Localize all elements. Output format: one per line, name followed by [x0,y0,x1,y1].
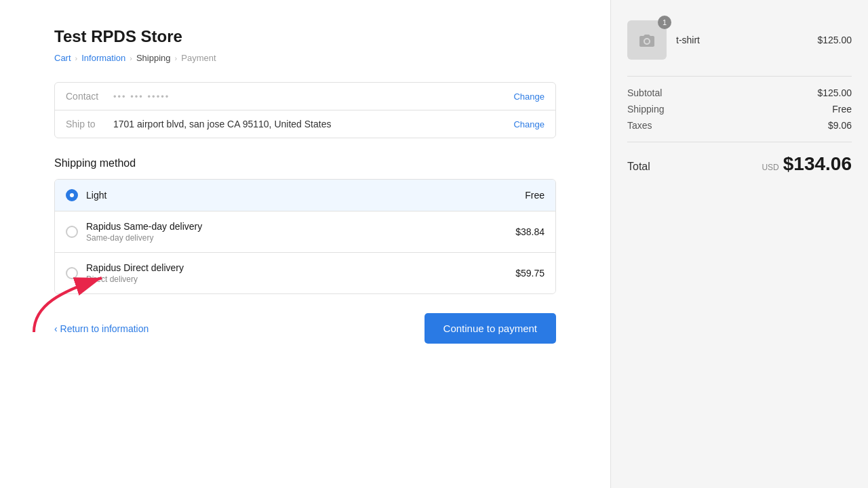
taxes-value: $9.06 [828,120,852,131]
shipping-info-direct: Rapidus Direct delivery Direct delivery [86,262,515,284]
shipping-section-title: Shipping method [54,157,556,169]
footer-actions: ‹ Return to information Continue to paym… [54,313,556,344]
contact-change[interactable]: Change [513,92,545,102]
item-badge: 1 [658,16,671,29]
breadcrumb-payment: Payment [181,53,216,63]
return-button[interactable]: ‹ Return to information [54,323,149,334]
total-currency: USD [762,163,778,172]
shipping-info-light: Light [86,190,525,201]
item-image-wrap: 1 [627,20,667,60]
total-label: Total [627,161,650,173]
subtotal-value: $125.00 [817,87,852,98]
shipto-row: Ship to 1701 airport blvd, san jose CA 9… [55,110,555,138]
shipping-row: Shipping Free [627,104,852,115]
total-value: $134.06 [783,153,852,175]
radio-same-day [66,226,78,238]
contact-label: Contact [66,91,113,102]
taxes-label: Taxes [627,120,652,131]
total-amount: USD $134.06 [762,153,852,175]
breadcrumb-cart[interactable]: Cart [54,53,71,63]
info-box: Contact ••• ••• ••••• Change Ship to 170… [54,82,556,138]
taxes-row: Taxes $9.06 [627,120,852,131]
shipping-option-light[interactable]: Light Free [55,180,555,211]
shipping-subtitle-same-day: Same-day delivery [86,233,515,243]
store-title: Test RPDS Store [54,27,556,46]
breadcrumb: Cart › Information › Shipping › Payment [54,53,556,63]
shipto-change[interactable]: Change [513,119,545,129]
breadcrumb-sep-3: › [175,54,178,62]
shipping-price-light: Free [525,190,545,201]
breadcrumb-information[interactable]: Information [81,53,125,63]
shipping-subtitle-direct: Direct delivery [86,274,515,284]
shipto-value: 1701 airport blvd, san jose CA 95110, Un… [113,119,513,129]
shipping-option-same-day[interactable]: Rapidus Same-day delivery Same-day deliv… [55,211,555,252]
subtotal-row: Subtotal $125.00 [627,87,852,98]
contact-row: Contact ••• ••• ••••• Change [55,83,555,110]
left-panel: Test RPDS Store Cart › Information › Shi… [0,0,610,488]
shipping-name-direct: Rapidus Direct delivery [86,262,515,273]
shipping-price-same-day: $38.84 [515,226,545,237]
contact-value: ••• ••• ••••• [113,92,513,102]
shipping-value: Free [832,104,852,115]
svg-point-1 [645,39,649,43]
subtotal-label: Subtotal [627,87,662,98]
radio-direct [66,267,78,279]
breadcrumb-shipping: Shipping [136,53,171,63]
radio-light [66,189,78,201]
shipping-option-direct[interactable]: Rapidus Direct delivery Direct delivery … [55,252,555,293]
order-item: 1 t-shirt $125.00 [627,20,852,60]
breadcrumb-sep-2: › [130,54,132,62]
right-panel: 1 t-shirt $125.00 Subtotal $125.00 Shipp… [610,0,868,488]
total-row: Total USD $134.06 [627,142,852,175]
item-price: $125.00 [817,35,852,45]
shipping-info-same-day: Rapidus Same-day delivery Same-day deliv… [86,221,515,243]
shipping-price-direct: $59.75 [515,268,545,279]
continue-button[interactable]: Continue to payment [425,313,556,344]
shipping-label: Shipping [627,104,665,115]
shipping-name-same-day: Rapidus Same-day delivery [86,221,515,232]
camera-icon [639,33,655,47]
shipto-label: Ship to [66,119,113,129]
divider-1 [627,76,852,77]
shipping-name-light: Light [86,190,525,201]
shipping-options: Light Free Rapidus Same-day delivery Sam… [54,179,556,294]
item-name: t-shirt [676,35,808,45]
breadcrumb-sep-1: › [75,54,78,62]
